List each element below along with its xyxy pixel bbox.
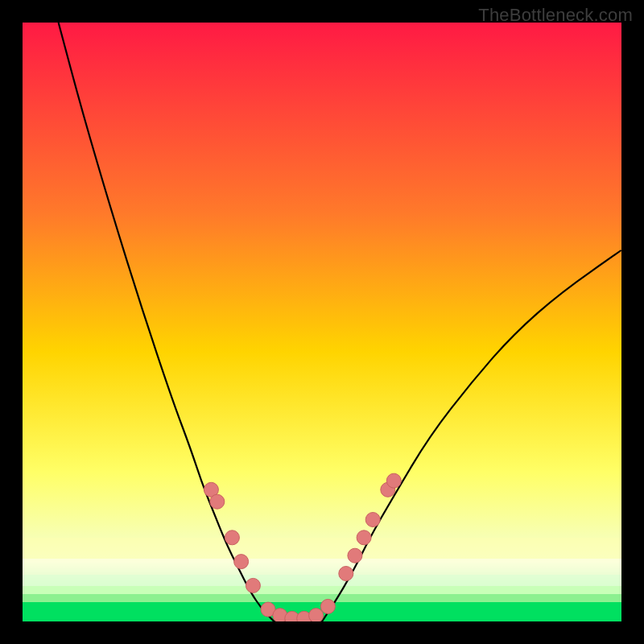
curve-marker <box>210 494 225 509</box>
curve-marker <box>339 567 353 581</box>
curve-marker <box>309 609 324 621</box>
curve-marker <box>225 530 239 545</box>
watermark-label: TheBottleneck.com <box>478 5 633 26</box>
chart-frame: TheBottleneck.com <box>0 0 644 644</box>
svg-rect-4 <box>23 594 621 602</box>
svg-rect-3 <box>23 586 621 594</box>
curve-marker <box>234 555 249 569</box>
svg-rect-2 <box>23 575 621 586</box>
curve-marker <box>365 513 380 527</box>
curve-marker <box>320 599 335 613</box>
curve-marker <box>246 578 260 592</box>
svg-rect-0 <box>23 538 621 559</box>
plot-area <box>23 23 621 621</box>
svg-rect-1 <box>23 559 621 575</box>
curve-marker <box>386 473 401 488</box>
curve-marker <box>357 530 371 545</box>
gradient-rect <box>23 23 621 621</box>
curve-marker <box>348 548 362 563</box>
gradient-background <box>23 23 621 621</box>
